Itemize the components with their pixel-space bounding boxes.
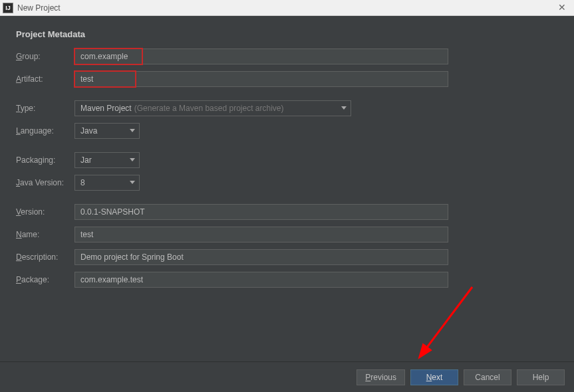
type-label: Type: xyxy=(16,104,74,113)
chevron-down-icon xyxy=(130,129,135,132)
package-label: Package: xyxy=(16,275,74,284)
app-icon: IJ xyxy=(3,3,13,13)
section-title: Project Metadata xyxy=(16,29,558,39)
group-label: Group: xyxy=(16,52,74,61)
version-input[interactable] xyxy=(74,204,448,220)
packaging-label: Packaging: xyxy=(16,155,74,165)
dialog-body: Project Metadata Group: Artifact: Type: … xyxy=(0,16,574,361)
annotation-arrow xyxy=(406,282,486,368)
next-button[interactable]: Next xyxy=(410,369,458,385)
description-label: Description: xyxy=(16,252,74,262)
chevron-down-icon xyxy=(130,158,135,161)
chevron-down-icon xyxy=(130,181,135,184)
chevron-down-icon xyxy=(341,106,347,110)
previous-button[interactable]: Previous xyxy=(357,369,405,385)
artifact-input[interactable] xyxy=(74,71,448,87)
packaging-dropdown[interactable]: Jar xyxy=(74,152,140,168)
type-value: Maven Project xyxy=(80,104,132,113)
version-label: Version: xyxy=(16,207,74,217)
language-value: Java xyxy=(80,126,97,136)
description-input[interactable] xyxy=(74,249,448,265)
group-input[interactable] xyxy=(74,49,448,64)
window-title: New Project xyxy=(17,3,61,13)
language-label: Language: xyxy=(16,126,74,136)
titlebar: IJ New Project ✕ xyxy=(0,0,574,16)
close-icon[interactable]: ✕ xyxy=(555,2,569,13)
language-dropdown[interactable]: Java xyxy=(74,123,140,139)
button-bar: Previous Next Cancel Help xyxy=(0,361,574,392)
type-dropdown[interactable]: Maven Project (Generate a Maven based pr… xyxy=(74,100,351,116)
java-version-label: Java Version: xyxy=(16,178,74,187)
packaging-value: Jar xyxy=(80,155,92,165)
type-hint: (Generate a Maven based project archive) xyxy=(134,104,284,113)
artifact-label: Artifact: xyxy=(16,74,74,84)
svg-line-1 xyxy=(420,287,472,356)
java-version-dropdown[interactable]: 8 xyxy=(74,175,140,191)
help-button[interactable]: Help xyxy=(517,369,565,385)
java-version-value: 8 xyxy=(80,178,85,187)
name-input[interactable] xyxy=(74,227,448,243)
cancel-button[interactable]: Cancel xyxy=(464,369,511,385)
package-input[interactable] xyxy=(74,272,448,288)
name-label: Name: xyxy=(16,230,74,239)
